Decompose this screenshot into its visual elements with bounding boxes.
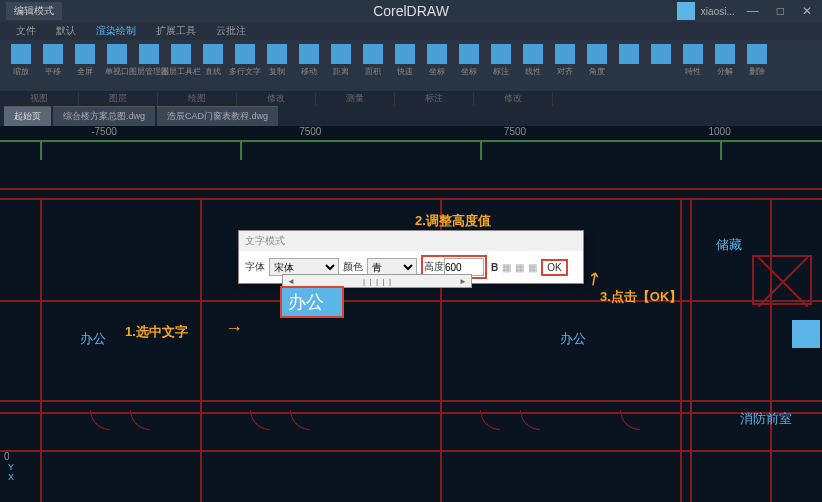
menu-default[interactable]: 默认 [46,24,86,38]
tool-5[interactable]: 图层工具栏 [166,44,196,77]
edit-mode-label: 编辑模式 [6,2,62,20]
tab-home[interactable]: 起始页 [4,106,51,126]
tool-15[interactable]: 标注 [486,44,516,77]
text-edit-box[interactable]: ◄| | | | |► 办公 [282,274,472,316]
tool-18[interactable]: 角度 [582,44,612,77]
room-label-office-2: 办公 [560,330,586,348]
tool-22[interactable]: 分解 [710,44,740,77]
font-label: 字体 [245,260,265,274]
format-icon-2[interactable]: ▦ [515,262,524,273]
tool-0[interactable]: 缩放 [6,44,36,77]
title-bar: 编辑模式 CorelDRAW xiaosi... — □ ✕ [0,0,822,22]
height-label: 高度 [424,260,444,274]
ruler-top: -7500750075001000 [0,126,822,140]
tool-17[interactable]: 对齐 [550,44,580,77]
app-title: CorelDRAW [373,3,449,19]
text-ruler[interactable]: ◄| | | | |► [282,274,472,288]
tool-2[interactable]: 全屏 [70,44,100,77]
axis-indicator: YX [8,462,14,482]
ribbon-toolbar: 缩放平移全屏单视口图层管理器图层工具栏直线多行文字复制移动距离面积快速坐标坐标标… [0,40,822,92]
tool-11[interactable]: 面积 [358,44,388,77]
username[interactable]: xiaosi... [701,6,735,17]
tool-20[interactable] [646,44,676,66]
color-label: 颜色 [343,260,363,274]
tool-13[interactable]: 坐标 [422,44,452,77]
menu-file[interactable]: 文件 [6,24,46,38]
drawing-content: 办公 办公 储藏 消防前室 [0,140,822,502]
room-label-office-1: 办公 [80,330,106,348]
ruler-left: 0 [4,451,10,462]
annotation-step3: 3.点击【OK】 [600,288,682,306]
menu-bar: 文件 默认 渲染绘制 扩展工具 云批注 [0,22,822,40]
stair-symbol [752,255,812,305]
annotation-step1: 1.选中文字 [125,323,188,341]
tool-16[interactable]: 线性 [518,44,548,77]
menu-ext[interactable]: 扩展工具 [146,24,206,38]
tab-doc-2[interactable]: 浩辰CAD门窗表教程.dwg [157,106,278,126]
close-button[interactable]: ✕ [796,4,818,18]
format-icon-1[interactable]: ▦ [502,262,511,273]
tool-7[interactable]: 多行文字 [230,44,260,77]
side-panel-icon[interactable] [792,320,820,348]
menu-cloud[interactable]: 云批注 [206,24,256,38]
room-label-fire: 消防前室 [740,410,792,428]
tool-21[interactable]: 特性 [678,44,708,77]
tool-12[interactable]: 快速 [390,44,420,77]
bold-button[interactable]: B [491,262,498,273]
tool-14[interactable]: 坐标 [454,44,484,77]
room-label-storage: 储藏 [716,236,742,254]
tool-1[interactable]: 平移 [38,44,68,77]
text-edit-content[interactable]: 办公 [282,288,342,316]
tool-3[interactable]: 单视口 [102,44,132,77]
maximize-button[interactable]: □ [771,4,790,18]
ok-button[interactable]: OK [541,259,567,276]
tool-9[interactable]: 移动 [294,44,324,77]
tool-19[interactable] [614,44,644,66]
tool-23[interactable]: 删除 [742,44,772,77]
format-icon-3[interactable]: ▦ [528,262,537,273]
tool-4[interactable]: 图层管理器 [134,44,164,77]
menu-render[interactable]: 渲染绘制 [86,24,146,38]
search-icon[interactable] [677,2,695,20]
tool-8[interactable]: 复制 [262,44,292,77]
dialog-title: 文字模式 [239,231,583,251]
minimize-button[interactable]: — [741,4,765,18]
document-tabs: 起始页 综合楼方案总图.dwg 浩辰CAD门窗表教程.dwg [0,106,822,126]
tab-doc-1[interactable]: 综合楼方案总图.dwg [53,106,155,126]
tool-10[interactable]: 距离 [326,44,356,77]
annotation-step2: 2.调整高度值 [415,212,491,230]
tool-6[interactable]: 直线 [198,44,228,77]
arrow-step1: → [225,318,243,339]
ribbon-groups: 视图图层绘图修改测量标注修改 [0,92,822,106]
